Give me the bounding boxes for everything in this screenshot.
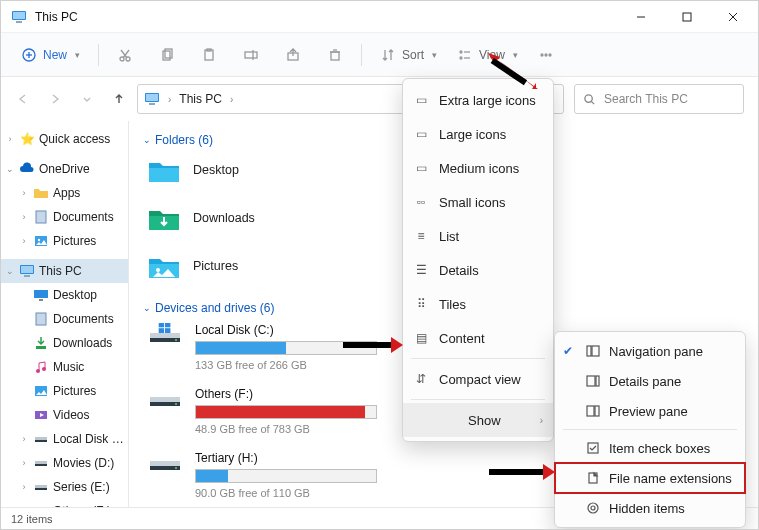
svg-rect-52: [35, 440, 47, 442]
sidebar-item-series-e[interactable]: ›Series (E:): [1, 475, 128, 499]
svg-point-91: [591, 506, 595, 510]
drive-item[interactable]: Tertiary (H:)90.0 GB free of 110 GB: [147, 451, 377, 499]
more-icon: [538, 47, 554, 63]
view-option-icon: ⠿: [413, 297, 429, 311]
back-button[interactable]: [15, 91, 31, 107]
command-toolbar: New▾ Sort▾ View▾: [1, 33, 758, 77]
navigation-row: › This PC › Search This PC: [1, 77, 758, 121]
svg-point-81: [175, 467, 177, 469]
show-option-icon: [585, 404, 601, 418]
sort-label: Sort: [402, 48, 424, 62]
new-label: New: [43, 48, 67, 62]
view-icon: [457, 47, 473, 63]
this-pc-addr-icon: [144, 91, 160, 107]
show-menu-item[interactable]: ✔Navigation pane: [555, 336, 745, 366]
new-button[interactable]: New▾: [15, 43, 86, 67]
breadcrumb-location[interactable]: This PC: [179, 92, 222, 106]
view-menu-item[interactable]: ≡List: [403, 219, 553, 253]
sidebar-item-downloads[interactable]: Downloads: [1, 331, 128, 355]
annotation-arrow-show: [343, 337, 403, 356]
svg-point-34: [585, 94, 592, 101]
sidebar-item-desktop[interactable]: Desktop: [1, 283, 128, 307]
forward-button[interactable]: [47, 91, 63, 107]
svg-rect-66: [165, 328, 170, 333]
picture-icon: [33, 383, 49, 399]
show-menu-item[interactable]: ✔Preview pane: [555, 396, 745, 426]
svg-rect-85: [596, 376, 599, 386]
sidebar-item-od-pictures[interactable]: ›Pictures: [1, 229, 128, 253]
svg-rect-63: [159, 323, 164, 327]
view-menu-item[interactable]: ☰Details: [403, 253, 553, 287]
view-option-icon: ≡: [413, 229, 429, 243]
sidebar-item-music[interactable]: Music: [1, 355, 128, 379]
show-menu-item[interactable]: ✔Details pane: [555, 366, 745, 396]
sidebar-item-quick-access[interactable]: ›⭐Quick access: [1, 127, 128, 151]
show-menu-item[interactable]: ✔File name extensions: [555, 463, 745, 493]
close-button[interactable]: [710, 1, 756, 33]
up-button[interactable]: [111, 91, 127, 107]
recent-dropdown[interactable]: [79, 91, 95, 107]
svg-marker-97: [543, 464, 555, 480]
folder-name: Pictures: [193, 259, 238, 273]
show-option-icon: [585, 471, 601, 485]
sort-button[interactable]: Sort▾: [374, 43, 443, 67]
drive-icon: [33, 431, 49, 447]
sidebar-item-documents[interactable]: Documents: [1, 307, 128, 331]
drive-icon: [33, 503, 49, 507]
trash-icon: [327, 47, 343, 63]
view-menu-item[interactable]: ▭Medium icons: [403, 151, 553, 185]
delete-button[interactable]: [321, 43, 349, 67]
view-menu-item[interactable]: ▤Content: [403, 321, 553, 355]
sidebar-item-pictures[interactable]: Pictures: [1, 379, 128, 403]
drive-free: 48.9 GB free of 783 GB: [195, 423, 377, 435]
svg-rect-43: [39, 299, 43, 301]
svg-rect-65: [159, 328, 164, 333]
view-dropdown-menu: ▭Extra large icons▭Large icons▭Medium ic…: [402, 78, 554, 442]
svg-point-30: [549, 54, 551, 56]
show-menu-item[interactable]: ✔Item check boxes: [555, 433, 745, 463]
paste-icon: [201, 47, 217, 63]
sidebar-item-od-documents[interactable]: ›Documents: [1, 205, 128, 229]
sidebar-item-onedrive[interactable]: ⌄OneDrive: [1, 157, 128, 181]
share-button[interactable]: [279, 43, 307, 67]
view-option-icon: ☰: [413, 263, 429, 277]
sidebar-item-this-pc[interactable]: ⌄This PC: [1, 259, 128, 283]
search-box[interactable]: Search This PC: [574, 84, 744, 114]
svg-point-25: [460, 57, 462, 59]
copy-button[interactable]: [153, 43, 181, 67]
document-icon: [33, 209, 49, 225]
view-menu-show[interactable]: Show›: [403, 403, 553, 437]
sidebar-item-movies-d[interactable]: ›Movies (D:): [1, 451, 128, 475]
view-menu-label: Tiles: [439, 297, 543, 312]
sidebar-item-apps[interactable]: ›Apps: [1, 181, 128, 205]
show-menu-label: Item check boxes: [609, 441, 710, 456]
show-submenu: ✔Navigation pane✔Details pane✔Preview pa…: [554, 331, 746, 528]
sidebar-item-videos[interactable]: Videos: [1, 403, 128, 427]
view-menu-item[interactable]: ⠿Tiles: [403, 287, 553, 321]
drive-icon: [148, 387, 182, 409]
drive-item[interactable]: Others (F:)48.9 GB free of 783 GB: [147, 387, 377, 435]
svg-point-90: [588, 503, 598, 513]
paste-button[interactable]: [195, 43, 223, 67]
drive-icon: [148, 323, 182, 345]
check-icon: ✔: [563, 344, 577, 358]
annotation-arrow-filename-ext: [489, 464, 555, 483]
view-menu-item[interactable]: ▭Large icons: [403, 117, 553, 151]
show-menu-item[interactable]: ✔Hidden items: [555, 493, 745, 523]
maximize-button[interactable]: [664, 1, 710, 33]
svg-point-62: [156, 268, 160, 272]
svg-rect-41: [24, 275, 30, 277]
show-menu-label: Preview pane: [609, 404, 688, 419]
view-option-icon: ▫▫: [413, 195, 429, 209]
show-menu-label: Hidden items: [609, 501, 685, 516]
sidebar-item-others-f[interactable]: ›Others (F:): [1, 499, 128, 507]
rename-button[interactable]: [237, 43, 265, 67]
drive-name: Local Disk (C:): [195, 323, 377, 337]
sidebar-item-localdisk-c[interactable]: ›Local Disk (C:): [1, 427, 128, 451]
view-menu-item[interactable]: ▫▫Small icons: [403, 185, 553, 219]
video-icon: [33, 407, 49, 423]
view-menu-item[interactable]: ⇵Compact view: [403, 362, 553, 396]
minimize-button[interactable]: [618, 1, 664, 33]
drive-icon: [148, 451, 182, 473]
cut-button[interactable]: [111, 43, 139, 67]
